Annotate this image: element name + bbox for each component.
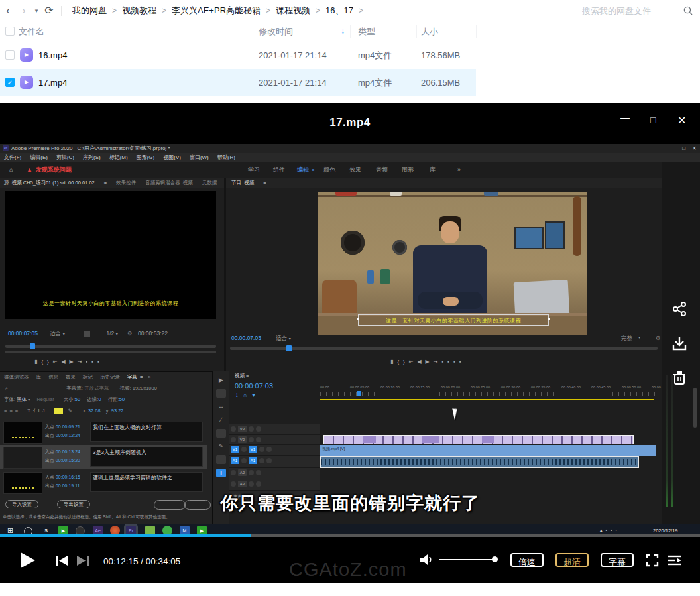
source-info-row: 00:00:07:05 适合 ▾ 1/2 ▾ ⚙ 00:00:53:22 (8, 330, 168, 338)
settings-icon (84, 331, 90, 337)
back-icon[interactable]: ‹ (0, 1, 16, 21)
file-name-link[interactable]: 17.mp4 (38, 69, 67, 96)
close-button[interactable]: ✕ (677, 114, 686, 127)
panel-menu-icon: ≡ (104, 180, 107, 186)
source-patch-v1: V1 (231, 446, 239, 453)
refresh-icon[interactable]: ⟳ (41, 1, 57, 21)
subtitle-toggle-button[interactable]: 字幕 (601, 553, 634, 567)
breadcrumb-course-pack[interactable]: 李兴兴AE+PR高能秘籍 (172, 5, 261, 17)
history-dropdown-icon[interactable]: ▾ (32, 1, 41, 21)
maximize-button[interactable]: □ (650, 115, 656, 125)
track-output-toggle (266, 447, 272, 452)
system-tray-icons: ▴▪▪◦ (600, 528, 620, 533)
playlist-icon[interactable] (667, 554, 683, 566)
font-style-dropdown: Regular (36, 396, 54, 402)
in-time: 00:00:13:24 (56, 449, 80, 454)
dropdown-caret-icon: ▾ (63, 332, 65, 336)
panel-scrollbar (693, 388, 697, 428)
caption-list-item-selected: 入点 00:00:13:24 出点 00:00:15:20 3是3入主顺序倒随机… (0, 445, 207, 469)
minimize-button[interactable]: — (620, 112, 630, 123)
wall-item-painting (545, 221, 565, 249)
playback-speed-button[interactable]: 倍速 (510, 553, 544, 567)
row-checkbox[interactable] (5, 50, 15, 60)
column-header-size[interactable]: 大小 (421, 21, 438, 42)
file-type: mp4文件 (358, 69, 392, 96)
search-icon[interactable] (683, 5, 693, 16)
track-label-v3: V3 (238, 426, 247, 432)
breadcrumb-my-drive[interactable]: 我的网盘 (72, 5, 107, 17)
timeline-timecode: 00:00:07:03 (235, 382, 273, 390)
breadcrumb-course-videos[interactable]: 课程视频 (276, 5, 310, 17)
track-label-v1: V1 (249, 446, 257, 453)
import-settings-button: 导入设置 (5, 500, 38, 508)
search-input[interactable] (581, 5, 683, 17)
track-header-a1: A1A1 (229, 456, 320, 468)
panel-menu-icon: ≡ (246, 373, 249, 379)
column-header-modified[interactable]: 修改时间 (259, 21, 293, 42)
column-header-type[interactable]: 类型 (358, 21, 375, 42)
video-player-window: 17.mp4 — □ ✕ PrAdobe Premiere Pro 2020 -… (0, 103, 700, 583)
caption-list-item: 入点 00:00:09:21 出点 00:00:12:24 我们在上面改大概的文… (0, 420, 207, 444)
breadcrumb-current-folder[interactable]: 16、17 (325, 5, 353, 17)
select-all-checkbox[interactable] (5, 27, 15, 36)
lock-toggle (231, 481, 236, 487)
lock-toggle (241, 458, 247, 463)
delete-trash-icon[interactable] (671, 369, 688, 387)
position-x-value: 32.68 (88, 408, 101, 414)
volume-slider-track[interactable] (439, 559, 497, 560)
menu-sequence: 序列(S) (83, 153, 101, 162)
track-header-a2: A2 (229, 468, 320, 479)
shelf (318, 195, 587, 197)
out-time: 00:00:19:11 (56, 483, 80, 488)
tab-info: 信息 (48, 374, 58, 380)
caption-remove-button (184, 500, 211, 510)
hand-tool-icon (216, 455, 226, 464)
ruler-label: 00:00:40:00 (561, 385, 581, 389)
thumbnail-subtitle-line (12, 437, 34, 438)
home-icon: ⌂ (9, 162, 13, 178)
subtitle-clip-segment (363, 436, 376, 443)
fullscreen-icon[interactable] (646, 554, 659, 567)
download-icon[interactable] (671, 335, 688, 352)
position-y-value: 93.22 (111, 408, 124, 414)
play-button[interactable] (19, 551, 36, 569)
tab-captions-active: 字幕 (127, 374, 137, 380)
out-time: 00:00:12:24 (56, 433, 80, 438)
player-title: 17.mp4 (0, 116, 700, 129)
volume-icon[interactable] (419, 554, 434, 566)
source-playhead (30, 343, 35, 349)
breadcrumb-video-tutorials[interactable]: 视频教程 (122, 5, 156, 17)
shelf-item (484, 192, 498, 196)
row-checkbox-checked[interactable]: ✓ (5, 78, 15, 87)
quality-button[interactable]: 超清 (555, 553, 589, 567)
file-name-link[interactable]: 16.mp4 (38, 42, 67, 69)
previous-video-button[interactable] (54, 555, 69, 566)
premiere-status-bar: 单击以选择，或单击空白处并拖动以进行框选。使用 Shift、Alt 和 Ctrl… (3, 514, 209, 520)
share-icon[interactable] (671, 300, 688, 318)
breadcrumb-separator: > (266, 6, 270, 15)
column-divider (416, 25, 417, 38)
menu-view: 视图(V) (163, 153, 181, 162)
caption-in-out: 入点 00:00:13:24 出点 00:00:15:20 (45, 447, 80, 465)
track-header-v3: V3 (229, 424, 320, 435)
volume-slider-knob[interactable] (492, 556, 498, 562)
site-watermark: CGAtoZ.com (289, 559, 407, 581)
breadcrumb-separator: > (162, 6, 166, 15)
pen-tool-icon: ✎ (216, 442, 226, 451)
forward-icon[interactable]: › (16, 1, 32, 21)
program-fit-dropdown: 适合 (276, 335, 287, 341)
leading-value: 50 (119, 396, 125, 402)
size-value: 50 (75, 396, 80, 402)
table-row[interactable]: ▶ 16.mp4 2021-01-17 21:14 mp4文件 178.56MB (0, 42, 476, 69)
sort-descending-icon[interactable]: ↓ (341, 21, 345, 42)
source-transport-controls: ▮{}⇤◀▶⇥▪▪▪ (34, 359, 103, 365)
video-frame-premiere-screencast[interactable]: PrAdobe Premiere Pro 2020 - C:\用户\Admini… (0, 144, 700, 537)
next-video-button[interactable] (76, 555, 90, 566)
file-size: 178.56MB (421, 42, 460, 69)
caption-search-icon: ⌕ (4, 385, 27, 392)
column-header-name[interactable]: 文件名 (19, 21, 44, 42)
caption-in-out: 入点 00:00:09:21 出点 00:00:12:24 (45, 422, 80, 440)
seek-bar[interactable] (0, 534, 700, 537)
table-row-selected[interactable]: ✓ ▶ 17.mp4 2021-01-17 21:14 mp4文件 206.15… (0, 69, 476, 96)
track-header-v2: V2 (229, 435, 320, 445)
